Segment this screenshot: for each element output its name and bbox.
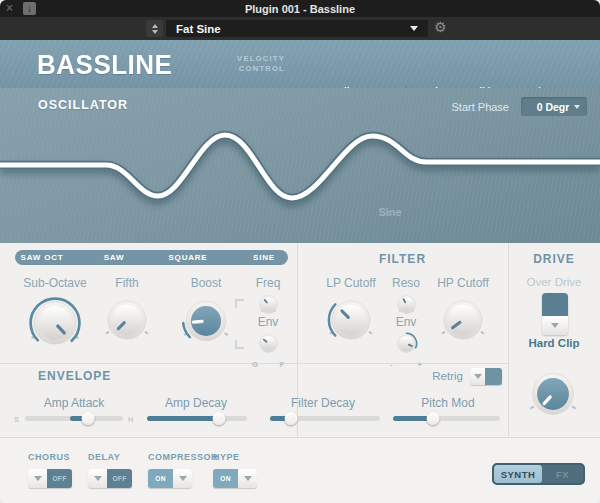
start-phase-label: Start Phase bbox=[452, 101, 509, 113]
filter-decay-label: Filter Decay bbox=[291, 396, 355, 410]
osc-env-knob[interactable] bbox=[255, 330, 282, 357]
titlebar: × ↓ Plugin 001 - Bassline bbox=[0, 0, 600, 17]
drive-toggle-handle[interactable] bbox=[542, 316, 568, 335]
hype-label: HYPE bbox=[213, 452, 240, 462]
hp-cutoff-label: HP Cutoff bbox=[415, 276, 511, 290]
freq-label: Freq bbox=[246, 276, 290, 290]
envelope-section-title: ENVELOPE bbox=[38, 369, 111, 383]
chorus-toggle-handle[interactable] bbox=[28, 469, 47, 488]
tab-saw[interactable]: SAW bbox=[104, 253, 125, 262]
chevron-down-icon bbox=[474, 374, 482, 379]
lp-cutoff-knob[interactable] bbox=[322, 291, 380, 349]
sub-octave-knob[interactable] bbox=[23, 291, 87, 355]
velocity-line1: VELOCITY bbox=[237, 54, 285, 63]
filter-env-max: + bbox=[418, 360, 422, 369]
hype-toggle[interactable]: ON bbox=[213, 469, 257, 488]
drive-knob[interactable] bbox=[522, 363, 584, 425]
pitch-mod-label: Pitch Mod bbox=[421, 396, 474, 410]
tab-square[interactable]: SQUARE bbox=[168, 253, 207, 262]
stepper-down-icon[interactable] bbox=[152, 30, 158, 34]
freq-env-bracket bbox=[230, 292, 250, 356]
delay-toggle-handle[interactable] bbox=[88, 469, 107, 488]
chevron-down-icon bbox=[410, 26, 418, 31]
attack-max-label: H bbox=[128, 415, 133, 424]
pitch-mod-thumb[interactable] bbox=[426, 412, 439, 425]
hype-toggle-handle[interactable] bbox=[238, 469, 257, 488]
drive-mode-toggle[interactable] bbox=[542, 293, 568, 335]
wave-line bbox=[0, 135, 600, 198]
attack-min-label: S bbox=[14, 415, 19, 424]
gear-icon[interactable]: ⚙ bbox=[434, 19, 447, 35]
wave-tab-bar: SAW OCT SAW SQUARE SINE bbox=[15, 250, 288, 265]
amp-attack-thumb[interactable] bbox=[81, 412, 94, 425]
retrig-toggle-track bbox=[485, 368, 502, 385]
start-phase-value: 0 Degr bbox=[532, 101, 574, 113]
compressor-toggle[interactable]: ON bbox=[148, 469, 192, 488]
osc-boost-knob[interactable] bbox=[176, 291, 236, 351]
stepper-up-icon[interactable] bbox=[152, 24, 158, 28]
preset-bar: Fat Sine ⚙ bbox=[0, 17, 600, 40]
hype-state: ON bbox=[213, 469, 238, 488]
osc-env-max: F bbox=[279, 360, 284, 369]
fifth-label: Fifth bbox=[92, 276, 162, 290]
chevron-down-icon bbox=[551, 323, 559, 328]
osc-env-min: G bbox=[252, 360, 258, 369]
window-title: Plugin 001 - Bassline bbox=[0, 3, 600, 15]
osc-boost-label: Boost bbox=[172, 276, 240, 290]
delay-state: OFF bbox=[107, 469, 132, 488]
osc-env-range: G F bbox=[246, 360, 290, 369]
view-tabs: SYNTH FX bbox=[492, 463, 585, 485]
freq-knob[interactable] bbox=[255, 291, 282, 318]
over-drive-option[interactable]: Over Drive bbox=[508, 276, 600, 288]
amp-attack-slider[interactable] bbox=[25, 416, 123, 421]
tab-sine[interactable]: SINE bbox=[253, 253, 275, 262]
drive-toggle-track bbox=[542, 293, 568, 316]
filter-env-range: - + bbox=[384, 360, 428, 369]
preset-name: Fat Sine bbox=[176, 23, 410, 35]
sub-octave-group: Sub-Octave bbox=[15, 276, 95, 359]
hp-cutoff-knob[interactable] bbox=[434, 291, 492, 349]
preset-stepper[interactable] bbox=[146, 20, 163, 37]
retrig-toggle[interactable] bbox=[470, 368, 502, 385]
tab-fx[interactable]: FX bbox=[542, 465, 583, 483]
osc-env-group: Env G F bbox=[246, 315, 290, 369]
chorus-toggle[interactable]: OFF bbox=[28, 469, 72, 488]
fx-bar: CHORUS OFF DELAY OFF COMPRESSOR ON HYPE … bbox=[0, 437, 600, 503]
preset-dropdown[interactable]: Fat Sine bbox=[166, 20, 428, 37]
filter-decay-thumb[interactable] bbox=[284, 412, 297, 425]
amp-decay-thumb[interactable] bbox=[213, 412, 226, 425]
retrig-label: Retrig bbox=[408, 370, 463, 382]
retrig-toggle-handle[interactable] bbox=[470, 368, 485, 385]
bassline-logo: BASSLINE bbox=[37, 48, 172, 81]
osc-env-label: Env bbox=[246, 315, 290, 329]
delay-toggle[interactable]: OFF bbox=[88, 469, 132, 488]
download-icon[interactable]: ↓ bbox=[23, 2, 36, 15]
waveform-display[interactable] bbox=[0, 112, 600, 235]
sub-octave-label: Sub-Octave bbox=[15, 276, 95, 290]
tab-saw-oct[interactable]: SAW OCT bbox=[21, 253, 64, 262]
wave-name-label: Sine bbox=[362, 206, 418, 218]
velocity-line2: CONTROL bbox=[239, 64, 285, 73]
hp-cutoff-group: HP Cutoff bbox=[415, 276, 511, 353]
amp-decay-label: Amp Decay bbox=[165, 396, 227, 410]
close-icon[interactable]: × bbox=[6, 2, 13, 15]
plugin-window: × ↓ Plugin 001 - Bassline Fat Sine ⚙ BAS… bbox=[0, 0, 600, 503]
chorus-label: CHORUS bbox=[28, 452, 70, 462]
delay-label: DELAY bbox=[88, 452, 120, 462]
compressor-toggle-handle[interactable] bbox=[173, 469, 192, 488]
amp-decay-slider[interactable] bbox=[147, 416, 247, 421]
amp-decay-fill bbox=[147, 416, 219, 421]
tab-synth[interactable]: SYNTH bbox=[494, 465, 542, 483]
pitch-mod-slider[interactable] bbox=[393, 416, 500, 421]
chevron-down-icon bbox=[34, 476, 42, 481]
chevron-down-icon bbox=[179, 476, 187, 481]
drive-section-title: DRIVE bbox=[508, 252, 600, 266]
hard-clip-option[interactable]: Hard Clip bbox=[508, 337, 600, 349]
header: BASSLINE VELOCITY CONTROL Amp Filter Boo… bbox=[0, 40, 600, 88]
fifth-group: Fifth bbox=[92, 276, 162, 353]
amp-attack-label: Amp Attack bbox=[44, 396, 105, 410]
filter-section-title: FILTER bbox=[297, 252, 508, 266]
filter-decay-slider[interactable] bbox=[270, 416, 380, 421]
fifth-knob[interactable] bbox=[98, 291, 156, 349]
filter-env-min: - bbox=[390, 360, 393, 369]
